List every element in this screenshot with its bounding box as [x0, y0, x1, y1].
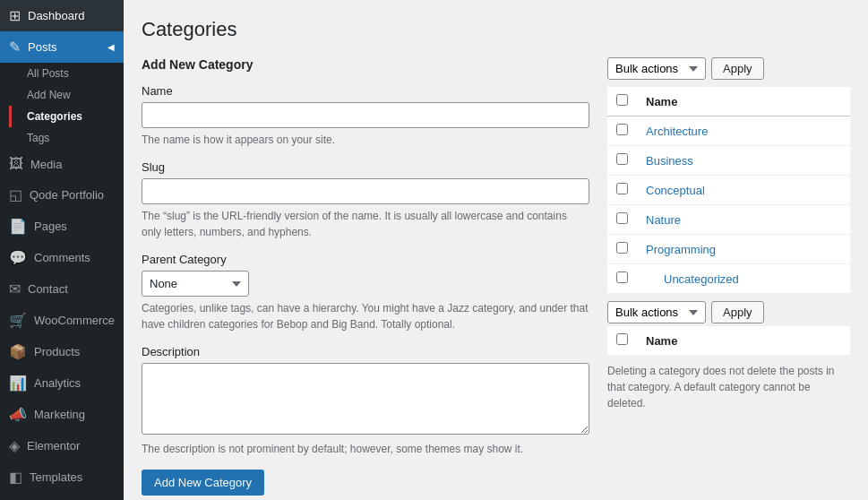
- sidebar: ⊞ Dashboard ✎ Posts ◀ All Posts Add New …: [0, 0, 124, 500]
- sidebar-item-label: Comments: [34, 251, 90, 264]
- sidebar-item-qode-portfolio[interactable]: ◱ Qode Portfolio: [0, 179, 124, 211]
- sidebar-item-posts[interactable]: ✎ Posts ◀: [0, 31, 124, 63]
- row-checkbox-cell: [607, 264, 637, 294]
- apply-button-top[interactable]: Apply: [711, 57, 764, 80]
- bulk-actions-select-bottom[interactable]: Bulk actions Delete: [607, 301, 706, 323]
- content-area: Add New Category Name The name is how it…: [142, 57, 850, 496]
- row-checkbox[interactable]: [616, 242, 628, 254]
- sidebar-item-label: Media: [30, 158, 62, 171]
- sidebar-item-templates[interactable]: ◧ Templates: [0, 461, 124, 493]
- category-link[interactable]: Programming: [646, 243, 716, 256]
- sidebar-item-analytics[interactable]: 📊 Analytics: [0, 367, 124, 399]
- sidebar-item-pages[interactable]: 📄 Pages: [0, 211, 124, 242]
- templates-icon: ◧: [9, 469, 22, 486]
- name-column-header: Name: [637, 87, 850, 116]
- sidebar-item-all-posts[interactable]: All Posts: [9, 63, 124, 84]
- row-checkbox[interactable]: [616, 212, 628, 224]
- row-checkbox-cell: [607, 116, 637, 146]
- sidebar-item-label: Qode Portfolio: [30, 188, 104, 202]
- description-group: Description The description is not promi…: [142, 345, 589, 457]
- sidebar-item-label: Marketing: [34, 408, 85, 421]
- bottom-checkbox-cell: [607, 326, 637, 356]
- sidebar-item-elementor[interactable]: ◈ Elementor: [0, 430, 124, 461]
- parent-select[interactable]: None: [142, 271, 249, 297]
- marketing-icon: 📣: [9, 406, 27, 423]
- form-title: Add New Category: [142, 57, 589, 72]
- description-label: Description: [142, 345, 589, 358]
- sidebar-item-comments[interactable]: 💬 Comments: [0, 242, 124, 273]
- sidebar-item-label: Pages: [34, 220, 67, 233]
- bottom-checkbox[interactable]: [616, 333, 628, 345]
- sidebar-item-label: Analytics: [34, 376, 81, 390]
- category-name-cell: Conceptual: [637, 176, 850, 205]
- sidebar-item-label: Products: [34, 345, 80, 358]
- name-label: Name: [142, 84, 589, 98]
- categories-table: Name ArchitectureBusinessConceptualNatur…: [607, 87, 850, 294]
- sidebar-item-media[interactable]: 🖼 Media: [0, 149, 124, 179]
- categories-label: Categories: [27, 110, 82, 123]
- sidebar-item-marketing[interactable]: 📣 Marketing: [0, 399, 124, 430]
- dashboard-icon: ⊞: [9, 7, 21, 24]
- bulk-bar-top: Bulk actions Delete Apply: [607, 57, 850, 80]
- sidebar-item-tags[interactable]: Tags: [9, 127, 124, 149]
- row-checkbox[interactable]: [616, 183, 628, 194]
- table-row: Architecture: [607, 116, 850, 146]
- sidebar-item-appearance[interactable]: 🎨 Appearance: [0, 493, 124, 500]
- sidebar-item-label: Templates: [30, 470, 82, 484]
- description-hint: The description is not prominent by defa…: [142, 441, 589, 457]
- row-checkbox[interactable]: [616, 272, 628, 283]
- category-link[interactable]: Architecture: [646, 125, 708, 138]
- page-title: Categories: [142, 18, 850, 41]
- slug-group: Slug The “slug” is the URL-friendly vers…: [142, 160, 589, 240]
- category-name-cell: Business: [637, 146, 850, 176]
- category-name-cell: Uncategorized: [637, 264, 850, 294]
- table-row: Nature: [607, 205, 850, 235]
- categories-bottom-row: Name: [607, 326, 850, 356]
- row-checkbox-cell: [607, 205, 637, 235]
- categories-table-panel: Bulk actions Delete Apply Name Architect…: [607, 57, 850, 496]
- name-hint: The name is how it appears on your site.: [142, 132, 589, 148]
- analytics-icon: 📊: [9, 375, 27, 392]
- add-category-form: Add New Category Name The name is how it…: [142, 57, 589, 496]
- category-link[interactable]: Conceptual: [646, 184, 705, 197]
- bulk-actions-select-top[interactable]: Bulk actions Delete: [607, 57, 706, 80]
- category-link[interactable]: Uncategorized: [646, 272, 739, 286]
- posts-icon: ✎: [9, 39, 21, 56]
- products-icon: 📦: [9, 343, 27, 360]
- slug-hint: The “slug” is the URL-friendly version o…: [142, 208, 589, 240]
- add-category-button[interactable]: Add New Category: [142, 470, 264, 496]
- name-group: Name The name is how it appears on your …: [142, 84, 589, 148]
- elementor-icon: ◈: [9, 437, 20, 454]
- sidebar-item-label: Posts: [28, 40, 57, 54]
- select-all-checkbox[interactable]: [616, 94, 628, 106]
- category-link[interactable]: Nature: [646, 213, 681, 227]
- sidebar-item-products[interactable]: 📦 Products: [0, 336, 124, 367]
- pages-icon: 📄: [9, 218, 27, 235]
- contact-icon: ✉: [9, 280, 21, 297]
- sidebar-item-categories[interactable]: Categories: [9, 106, 124, 127]
- category-name-cell: Architecture: [637, 116, 850, 146]
- parent-hint: Categories, unlike tags, can have a hier…: [142, 300, 589, 332]
- add-new-label: Add New: [27, 89, 71, 101]
- bulk-bar-bottom: Bulk actions Delete Apply: [607, 301, 850, 323]
- row-checkbox[interactable]: [616, 124, 628, 135]
- select-all-header: [607, 87, 637, 116]
- qode-icon: ◱: [9, 186, 22, 203]
- current-indicator: [9, 106, 12, 127]
- apply-button-bottom[interactable]: Apply: [711, 301, 764, 323]
- sidebar-item-dashboard[interactable]: ⊞ Dashboard: [0, 0, 124, 31]
- sidebar-item-woocommerce[interactable]: 🛒 WooCommerce: [0, 305, 124, 336]
- category-name-cell: Programming: [637, 235, 850, 264]
- comments-icon: 💬: [9, 249, 27, 266]
- sidebar-item-add-new[interactable]: Add New: [9, 84, 124, 106]
- name-input[interactable]: [142, 102, 589, 128]
- description-textarea[interactable]: [142, 363, 589, 435]
- slug-input[interactable]: [142, 178, 589, 204]
- row-checkbox[interactable]: [616, 153, 628, 165]
- sidebar-item-contact[interactable]: ✉ Contact: [0, 273, 124, 305]
- slug-label: Slug: [142, 160, 589, 174]
- tags-label: Tags: [27, 132, 49, 144]
- all-posts-label: All Posts: [27, 67, 69, 80]
- row-checkbox-cell: [607, 146, 637, 176]
- category-link[interactable]: Business: [646, 154, 693, 168]
